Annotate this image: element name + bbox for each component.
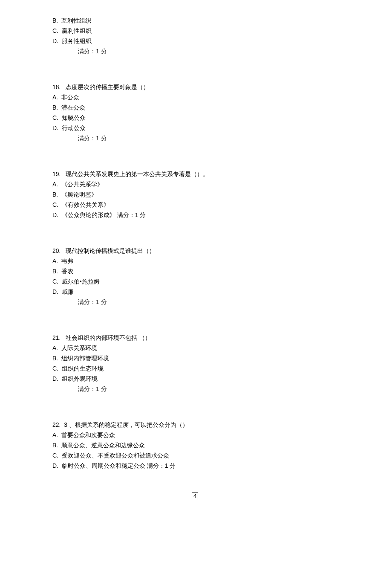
score-line: 满分：1 分 — [52, 46, 392, 56]
option-line: C. 组织的生态环境 — [52, 363, 392, 374]
page-container: B. 互利性组织 C. 赢利性组织 D. 服务性组织 满分：1 分 18. 态度… — [0, 0, 392, 565]
option-label: A. — [52, 432, 58, 438]
score-line: 满分：1 分 — [52, 384, 392, 394]
option-line: C. 受欢迎公众、不受欢迎公众和被追求公众 — [52, 450, 392, 461]
score-text: 满分：1 分 — [78, 135, 107, 142]
option-line: B. 潜在公众 — [52, 102, 392, 113]
option-label: C. — [52, 278, 58, 285]
question-17-partial: B. 互利性组织 C. 赢利性组织 D. 服务性组织 满分：1 分 — [52, 15, 392, 56]
option-text: 服务性组织 — [62, 38, 92, 44]
option-label: B. — [52, 268, 58, 275]
option-line: A. 首要公众和次要公众 — [52, 430, 392, 440]
option-text: 韦弗 — [61, 258, 73, 264]
question-stem: 22. 3 、根据关系的稳定程度，可以把公众分为（） — [52, 420, 392, 430]
page-number: 4 — [192, 493, 198, 500]
option-line: B. 《舆论明鉴》 — [52, 189, 392, 200]
option-line: A. 人际关系环境 — [52, 343, 392, 353]
option-line: C. 《有效公共关系》 — [52, 200, 392, 210]
option-line: C. 赢利性组织 — [52, 26, 392, 36]
option-label: C. — [52, 114, 58, 121]
option-label: B. — [52, 191, 58, 198]
option-text: 香农 — [61, 268, 73, 275]
option-text: 《有效公共关系》 — [62, 201, 110, 208]
option-text: 威尔伯•施拉姆 — [62, 278, 100, 285]
option-label: C. — [52, 452, 58, 459]
option-line: A. 《公共关系学》 — [52, 179, 392, 189]
option-line: B. 组织内部管理环境 — [52, 353, 392, 363]
option-line: C. 知晓公众 — [52, 113, 392, 123]
score-text: 满分：1 分 — [78, 385, 107, 392]
option-line: A. 非公众 — [52, 92, 392, 102]
option-text: 《舆论明鉴》 — [61, 191, 97, 198]
option-label: A. — [52, 258, 58, 264]
option-text: 《公众舆论的形成》 满分：1 分 — [62, 212, 146, 218]
option-line: D. 行动公众 — [52, 123, 392, 133]
question-22: 22. 3 、根据关系的稳定程度，可以把公众分为（） A. 首要公众和次要公众 … — [52, 420, 392, 471]
question-text: 现代控制论传播模式是谁提出（） — [66, 247, 155, 254]
question-stem: 20. 现代控制论传播模式是谁提出（） — [52, 246, 392, 256]
option-label: A. — [52, 181, 58, 188]
option-label: A. — [52, 345, 58, 351]
question-number: 22. — [52, 421, 61, 428]
question-number: 18. — [52, 84, 61, 90]
option-text: 互利性组织 — [61, 17, 91, 24]
score-text: 满分：1 分 — [78, 298, 107, 305]
option-text: 《公共关系学》 — [61, 181, 103, 188]
question-18: 18. 态度层次的传播主要对象是（） A. 非公众 B. 潜在公众 C. 知晓公… — [52, 82, 392, 143]
question-text: 现代公共关系发展史上的第一本公共关系专著是（）。 — [66, 171, 209, 177]
option-line: B. 顺意公众、逆意公众和边缘公众 — [52, 440, 392, 450]
option-label: B. — [52, 442, 58, 449]
question-stem: 19. 现代公共关系发展史上的第一本公共关系专著是（）。 — [52, 169, 392, 179]
question-20: 20. 现代控制论传播模式是谁提出（） A. 韦弗 B. 香农 C. 威尔伯•施… — [52, 246, 392, 307]
option-label: A. — [52, 94, 58, 101]
option-line: D. 服务性组织 — [52, 36, 392, 46]
option-text: 知晓公众 — [62, 114, 86, 121]
option-label: C. — [52, 201, 58, 208]
option-label: D. — [52, 288, 58, 295]
question-text: 社会组织的内部环境不包括 （） — [66, 334, 151, 341]
option-label: D. — [52, 38, 58, 44]
page-content: B. 互利性组织 C. 赢利性组织 D. 服务性组织 满分：1 分 18. 态度… — [0, 0, 392, 471]
question-21: 21. 社会组织的内部环境不包括 （） A. 人际关系环境 B. 组织内部管理环… — [52, 333, 392, 394]
option-line: D. 组织外观环境 — [52, 374, 392, 384]
question-text: 3 、根据关系的稳定程度，可以把公众分为（） — [64, 421, 188, 428]
question-number: 21. — [52, 334, 61, 341]
option-text: 威廉 — [62, 288, 74, 295]
option-text: 顺意公众、逆意公众和边缘公众 — [61, 442, 145, 449]
option-text: 受欢迎公众、不受欢迎公众和被追求公众 — [62, 452, 169, 459]
option-line: D. 临时公众、周期公众和稳定公众 满分：1 分 — [52, 461, 392, 471]
option-line: D. 威廉 — [52, 287, 392, 297]
option-line: B. 香农 — [52, 266, 392, 276]
score-text: 满分：1 分 — [78, 48, 107, 55]
option-label: D. — [52, 212, 58, 218]
option-label: D. — [52, 462, 58, 469]
option-label: C. — [52, 365, 58, 372]
option-line: C. 威尔伯•施拉姆 — [52, 276, 392, 287]
option-text: 人际关系环境 — [61, 345, 97, 351]
question-stem: 18. 态度层次的传播主要对象是（） — [52, 82, 392, 92]
option-label: D. — [52, 375, 58, 382]
question-19: 19. 现代公共关系发展史上的第一本公共关系专著是（）。 A. 《公共关系学》 … — [52, 169, 392, 220]
question-number: 19. — [52, 171, 61, 177]
option-line: B. 互利性组织 — [52, 15, 392, 26]
option-text: 非公众 — [61, 94, 79, 101]
question-text: 态度层次的传播主要对象是（） — [66, 84, 149, 90]
option-line: D. 《公众舆论的形成》 满分：1 分 — [52, 210, 392, 220]
score-line: 满分：1 分 — [52, 133, 392, 143]
option-text: 临时公众、周期公众和稳定公众 满分：1 分 — [62, 462, 176, 469]
option-text: 赢利性组织 — [62, 27, 92, 34]
option-text: 潜在公众 — [61, 104, 85, 111]
option-text: 组织外观环境 — [62, 375, 98, 382]
option-label: D. — [52, 125, 58, 131]
option-label: B. — [52, 104, 58, 111]
option-text: 行动公众 — [62, 125, 86, 131]
option-label: B. — [52, 355, 58, 362]
option-text: 组织内部管理环境 — [61, 355, 109, 362]
option-label: C. — [52, 27, 58, 34]
score-line: 满分：1 分 — [52, 297, 392, 307]
option-line: A. 韦弗 — [52, 256, 392, 266]
option-text: 首要公众和次要公众 — [61, 432, 115, 438]
question-stem: 21. 社会组织的内部环境不包括 （） — [52, 333, 392, 343]
option-text: 组织的生态环境 — [62, 365, 104, 372]
question-number: 20. — [52, 247, 61, 254]
